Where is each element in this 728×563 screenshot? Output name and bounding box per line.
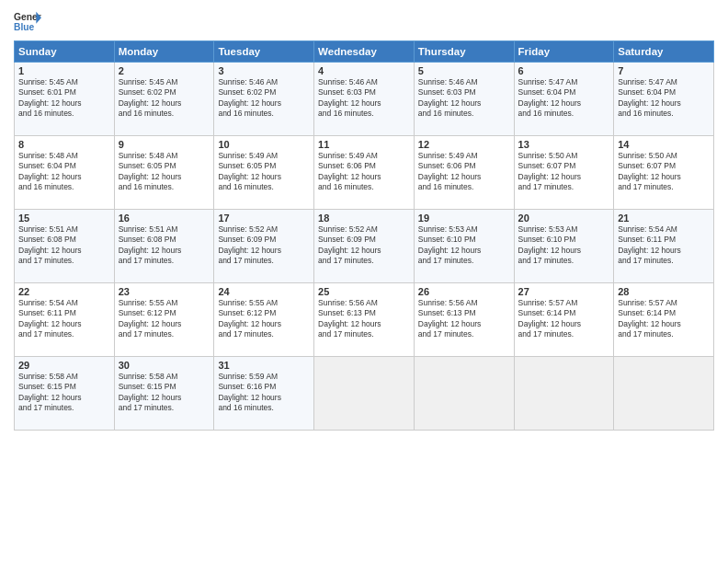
cell-daylight-info: Sunrise: 5:47 AM Sunset: 6:04 PM Dayligh… [618, 77, 710, 120]
calendar-cell: 22Sunrise: 5:54 AM Sunset: 6:11 PM Dayli… [15, 283, 115, 357]
cell-daylight-info: Sunrise: 5:52 AM Sunset: 6:09 PM Dayligh… [318, 224, 410, 267]
day-number: 2 [119, 65, 210, 76]
calendar-cell [614, 357, 714, 431]
cell-daylight-info: Sunrise: 5:56 AM Sunset: 6:13 PM Dayligh… [318, 298, 410, 340]
calendar-cell: 27Sunrise: 5:57 AM Sunset: 6:14 PM Dayli… [514, 283, 614, 357]
week-row-4: 22Sunrise: 5:54 AM Sunset: 6:11 PM Dayli… [15, 283, 714, 357]
cell-daylight-info: Sunrise: 5:51 AM Sunset: 6:08 PM Dayligh… [18, 224, 110, 267]
header-cell-monday: Monday [114, 41, 214, 63]
cell-daylight-info: Sunrise: 5:53 AM Sunset: 6:10 PM Dayligh… [418, 224, 510, 267]
cell-daylight-info: Sunrise: 5:54 AM Sunset: 6:11 PM Dayligh… [18, 298, 110, 340]
day-number: 27 [518, 286, 610, 297]
day-number: 12 [418, 139, 510, 150]
header-cell-friday: Friday [514, 41, 614, 63]
day-number: 17 [218, 213, 310, 224]
calendar-cell: 17Sunrise: 5:52 AM Sunset: 6:09 PM Dayli… [214, 210, 314, 283]
calendar-cell: 24Sunrise: 5:55 AM Sunset: 6:12 PM Dayli… [214, 283, 314, 357]
cell-daylight-info: Sunrise: 5:45 AM Sunset: 6:02 PM Dayligh… [119, 77, 210, 120]
cell-daylight-info: Sunrise: 5:49 AM Sunset: 6:05 PM Dayligh… [218, 151, 310, 193]
day-number: 20 [518, 213, 610, 224]
week-row-2: 8Sunrise: 5:48 AM Sunset: 6:04 PM Daylig… [15, 136, 714, 210]
calendar-cell: 14Sunrise: 5:50 AM Sunset: 6:07 PM Dayli… [614, 136, 714, 210]
calendar-cell: 20Sunrise: 5:53 AM Sunset: 6:10 PM Dayli… [514, 210, 614, 283]
calendar-cell: 4Sunrise: 5:46 AM Sunset: 6:03 PM Daylig… [314, 63, 415, 136]
cell-daylight-info: Sunrise: 5:52 AM Sunset: 6:09 PM Dayligh… [218, 224, 310, 267]
calendar-cell: 30Sunrise: 5:58 AM Sunset: 6:15 PM Dayli… [114, 357, 214, 431]
header-row: SundayMondayTuesdayWednesdayThursdayFrid… [15, 41, 714, 63]
cell-daylight-info: Sunrise: 5:55 AM Sunset: 6:12 PM Dayligh… [218, 298, 310, 340]
cell-daylight-info: Sunrise: 5:57 AM Sunset: 6:14 PM Dayligh… [618, 298, 710, 340]
day-number: 29 [18, 360, 110, 371]
day-number: 28 [618, 286, 710, 297]
week-row-3: 15Sunrise: 5:51 AM Sunset: 6:08 PM Dayli… [15, 210, 714, 283]
calendar-table: SundayMondayTuesdayWednesdayThursdayFrid… [14, 40, 714, 431]
calendar-cell [314, 357, 415, 431]
day-number: 31 [218, 360, 310, 371]
calendar-cell: 23Sunrise: 5:55 AM Sunset: 6:12 PM Dayli… [114, 283, 214, 357]
day-number: 16 [119, 213, 210, 224]
header-cell-sunday: Sunday [15, 41, 115, 63]
calendar-cell: 19Sunrise: 5:53 AM Sunset: 6:10 PM Dayli… [414, 210, 514, 283]
day-number: 30 [119, 360, 210, 371]
cell-daylight-info: Sunrise: 5:55 AM Sunset: 6:12 PM Dayligh… [119, 298, 210, 340]
day-number: 15 [18, 213, 110, 224]
calendar-cell: 11Sunrise: 5:49 AM Sunset: 6:06 PM Dayli… [314, 136, 415, 210]
cell-daylight-info: Sunrise: 5:46 AM Sunset: 6:03 PM Dayligh… [418, 77, 510, 120]
day-number: 18 [318, 213, 410, 224]
logo-icon: General Blue [14, 9, 41, 35]
calendar-cell: 29Sunrise: 5:58 AM Sunset: 6:15 PM Dayli… [15, 357, 115, 431]
cell-daylight-info: Sunrise: 5:46 AM Sunset: 6:03 PM Dayligh… [318, 77, 410, 120]
day-number: 26 [418, 286, 510, 297]
calendar-cell: 15Sunrise: 5:51 AM Sunset: 6:08 PM Dayli… [15, 210, 115, 283]
day-number: 9 [119, 139, 210, 150]
cell-daylight-info: Sunrise: 5:58 AM Sunset: 6:15 PM Dayligh… [119, 372, 210, 414]
cell-daylight-info: Sunrise: 5:46 AM Sunset: 6:02 PM Dayligh… [218, 77, 310, 120]
cell-daylight-info: Sunrise: 5:50 AM Sunset: 6:07 PM Dayligh… [518, 151, 610, 193]
day-number: 24 [218, 286, 310, 297]
week-row-5: 29Sunrise: 5:58 AM Sunset: 6:15 PM Dayli… [15, 357, 714, 431]
day-number: 7 [618, 65, 710, 76]
svg-text:Blue: Blue [14, 22, 35, 32]
header-cell-tuesday: Tuesday [214, 41, 314, 63]
day-number: 10 [218, 139, 310, 150]
calendar-cell: 12Sunrise: 5:49 AM Sunset: 6:06 PM Dayli… [414, 136, 514, 210]
day-number: 19 [418, 213, 510, 224]
calendar-cell: 7Sunrise: 5:47 AM Sunset: 6:04 PM Daylig… [614, 63, 714, 136]
calendar-cell: 5Sunrise: 5:46 AM Sunset: 6:03 PM Daylig… [414, 63, 514, 136]
calendar-cell: 3Sunrise: 5:46 AM Sunset: 6:02 PM Daylig… [214, 63, 314, 136]
calendar-cell: 10Sunrise: 5:49 AM Sunset: 6:05 PM Dayli… [214, 136, 314, 210]
day-number: 6 [518, 65, 610, 76]
week-row-1: 1Sunrise: 5:45 AM Sunset: 6:01 PM Daylig… [15, 63, 714, 136]
day-number: 23 [119, 286, 210, 297]
calendar-cell: 2Sunrise: 5:45 AM Sunset: 6:02 PM Daylig… [114, 63, 214, 136]
cell-daylight-info: Sunrise: 5:47 AM Sunset: 6:04 PM Dayligh… [518, 77, 610, 120]
day-number: 13 [518, 139, 610, 150]
logo: General Blue [14, 9, 41, 35]
cell-daylight-info: Sunrise: 5:49 AM Sunset: 6:06 PM Dayligh… [418, 151, 510, 193]
day-number: 21 [618, 213, 710, 224]
day-number: 1 [18, 65, 110, 76]
cell-daylight-info: Sunrise: 5:50 AM Sunset: 6:07 PM Dayligh… [618, 151, 710, 193]
calendar-header: SundayMondayTuesdayWednesdayThursdayFrid… [15, 41, 714, 63]
cell-daylight-info: Sunrise: 5:54 AM Sunset: 6:11 PM Dayligh… [618, 224, 710, 267]
calendar-body: 1Sunrise: 5:45 AM Sunset: 6:01 PM Daylig… [15, 63, 714, 431]
calendar-cell: 16Sunrise: 5:51 AM Sunset: 6:08 PM Dayli… [114, 210, 214, 283]
day-number: 8 [18, 139, 110, 150]
calendar-cell: 6Sunrise: 5:47 AM Sunset: 6:04 PM Daylig… [514, 63, 614, 136]
day-number: 25 [318, 286, 410, 297]
calendar-cell: 31Sunrise: 5:59 AM Sunset: 6:16 PM Dayli… [214, 357, 314, 431]
calendar-cell: 26Sunrise: 5:56 AM Sunset: 6:13 PM Dayli… [414, 283, 514, 357]
calendar-cell [414, 357, 514, 431]
day-number: 14 [618, 139, 710, 150]
cell-daylight-info: Sunrise: 5:48 AM Sunset: 6:04 PM Dayligh… [18, 151, 110, 193]
header-cell-wednesday: Wednesday [314, 41, 415, 63]
cell-daylight-info: Sunrise: 5:53 AM Sunset: 6:10 PM Dayligh… [518, 224, 610, 267]
cell-daylight-info: Sunrise: 5:51 AM Sunset: 6:08 PM Dayligh… [119, 224, 210, 267]
calendar-cell: 18Sunrise: 5:52 AM Sunset: 6:09 PM Dayli… [314, 210, 415, 283]
calendar-cell: 25Sunrise: 5:56 AM Sunset: 6:13 PM Dayli… [314, 283, 415, 357]
header-cell-thursday: Thursday [414, 41, 514, 63]
day-number: 5 [418, 65, 510, 76]
day-number: 4 [318, 65, 410, 76]
day-number: 22 [18, 286, 110, 297]
cell-daylight-info: Sunrise: 5:45 AM Sunset: 6:01 PM Dayligh… [18, 77, 110, 120]
